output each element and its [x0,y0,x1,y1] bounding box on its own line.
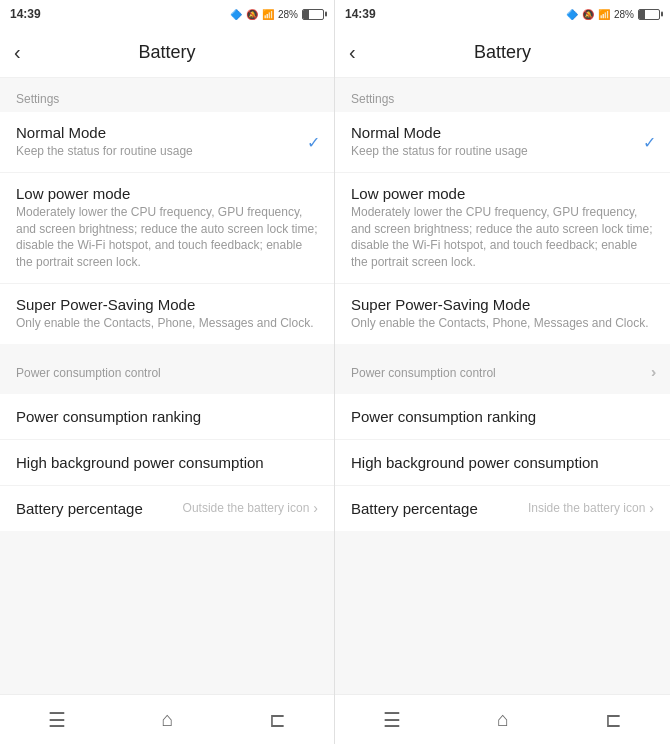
top-bar-right: ‹ Battery [335,28,670,78]
normal-mode-title-left: Normal Mode [16,124,318,141]
gap-1-left [0,344,334,352]
nav-back-right[interactable]: ⊏ [605,708,622,732]
nav-menu-left[interactable]: ☰ [48,708,66,732]
gap-1-right [335,344,670,352]
power-ranking-title-left: Power consumption ranking [16,408,201,425]
settings-group-right: Normal Mode Keep the status for routine … [335,112,670,344]
phone-panel-right: 14:39 🔷 🔕 📶 28% ‹ Battery Settings Norma… [335,0,670,744]
nav-menu-right[interactable]: ☰ [383,708,401,732]
control-group-left: Power consumption ranking › High backgro… [0,394,334,531]
low-power-desc-right: Moderately lower the CPU frequency, GPU … [351,204,654,271]
normal-mode-desc-left: Keep the status for routine usage [16,143,318,160]
battery-icon-left [302,9,324,20]
battery-pct-row-left[interactable]: Battery percentage Outside the battery i… [0,486,334,531]
battery-pct-title-right: Battery percentage [351,500,478,517]
bottom-nav-right: ☰ ⌂ ⊏ [335,694,670,744]
battery-percent-left: 28% [278,9,298,20]
setting-low-power-left[interactable]: Low power mode Moderately lower the CPU … [0,173,334,284]
setting-low-power-right[interactable]: Low power mode Moderately lower the CPU … [335,173,670,284]
battery-icon-right [638,9,660,20]
setting-super-power-right[interactable]: Super Power-Saving Mode Only enable the … [335,284,670,344]
section-label-settings-right: Settings [335,78,670,112]
nav-home-right[interactable]: ⌂ [497,708,509,731]
section-label-power-right: Power consumption control [335,352,670,386]
top-bar-left: ‹ Battery [0,28,334,78]
setting-normal-mode-left[interactable]: Normal Mode Keep the status for routine … [0,112,334,173]
power-ranking-row-right[interactable]: Power consumption ranking › [335,394,670,440]
setting-super-power-left[interactable]: Super Power-Saving Mode Only enable the … [0,284,334,344]
power-ranking-row-left[interactable]: Power consumption ranking › [0,394,334,440]
high-bg-power-title-left: High background power consumption [16,454,264,471]
phone-panel-left: 14:39 🔷 🔕 📶 28% ‹ Battery Settings Norma… [0,0,335,744]
super-power-desc-left: Only enable the Contacts, Phone, Message… [16,315,318,332]
status-bar-left: 14:39 🔷 🔕 📶 28% [0,0,334,28]
mute-icon-left: 🔕 [246,9,258,20]
section-label-power-left: Power consumption control [0,352,334,386]
power-ranking-title-right: Power consumption ranking [351,408,536,425]
status-icons-left: 🔷 🔕 📶 28% [230,9,324,20]
battery-percent-right: 28% [614,9,634,20]
low-power-desc-left: Moderately lower the CPU frequency, GPU … [16,204,318,271]
status-time-right: 14:39 [345,7,376,21]
status-time-left: 14:39 [10,7,41,21]
chevron-bg-power-right: › [651,364,656,380]
bluetooth-icon-left: 🔷 [230,9,242,20]
settings-group-left: Normal Mode Keep the status for routine … [0,112,334,344]
section-label-settings-left: Settings [0,78,334,112]
battery-pct-right-right: Inside the battery icon › [528,500,654,516]
super-power-title-left: Super Power-Saving Mode [16,296,318,313]
high-bg-power-row-right[interactable]: High background power consumption › [335,440,670,486]
page-title-left: Battery [138,42,195,63]
status-icons-right: 🔷 🔕 📶 28% [566,9,660,20]
normal-mode-check-right: ✓ [643,132,656,151]
high-bg-power-title-right: High background power consumption [351,454,599,471]
nav-home-left[interactable]: ⌂ [161,708,173,731]
normal-mode-desc-right: Keep the status for routine usage [351,143,654,160]
high-bg-power-row-left[interactable]: High background power consumption › [0,440,334,486]
page-title-right: Battery [474,42,531,63]
chevron-battery-pct-left: › [313,500,318,516]
low-power-title-left: Low power mode [16,185,318,202]
super-power-desc-right: Only enable the Contacts, Phone, Message… [351,315,654,332]
bluetooth-icon-right: 🔷 [566,9,578,20]
bottom-nav-left: ☰ ⌂ ⊏ [0,694,334,744]
battery-pct-sub-left: Outside the battery icon [183,501,310,515]
battery-pct-sub-right: Inside the battery icon [528,501,645,515]
normal-mode-title-right: Normal Mode [351,124,654,141]
setting-normal-mode-right[interactable]: Normal Mode Keep the status for routine … [335,112,670,173]
battery-pct-row-right[interactable]: Battery percentage Inside the battery ic… [335,486,670,531]
back-button-right[interactable]: ‹ [349,41,356,64]
back-button-left[interactable]: ‹ [14,41,21,64]
content-left: Settings Normal Mode Keep the status for… [0,78,334,694]
chevron-battery-pct-right: › [649,500,654,516]
mute-icon-right: 🔕 [582,9,594,20]
battery-pct-right-left: Outside the battery icon › [183,500,318,516]
status-bar-right: 14:39 🔷 🔕 📶 28% [335,0,670,28]
nav-back-left[interactable]: ⊏ [269,708,286,732]
control-group-right: Power consumption ranking › High backgro… [335,394,670,531]
normal-mode-check-left: ✓ [307,132,320,151]
super-power-title-right: Super Power-Saving Mode [351,296,654,313]
battery-pct-title-left: Battery percentage [16,500,143,517]
low-power-title-right: Low power mode [351,185,654,202]
content-right: Settings Normal Mode Keep the status for… [335,78,670,694]
wifi-icon-right: 📶 [598,9,610,20]
wifi-icon-left: 📶 [262,9,274,20]
